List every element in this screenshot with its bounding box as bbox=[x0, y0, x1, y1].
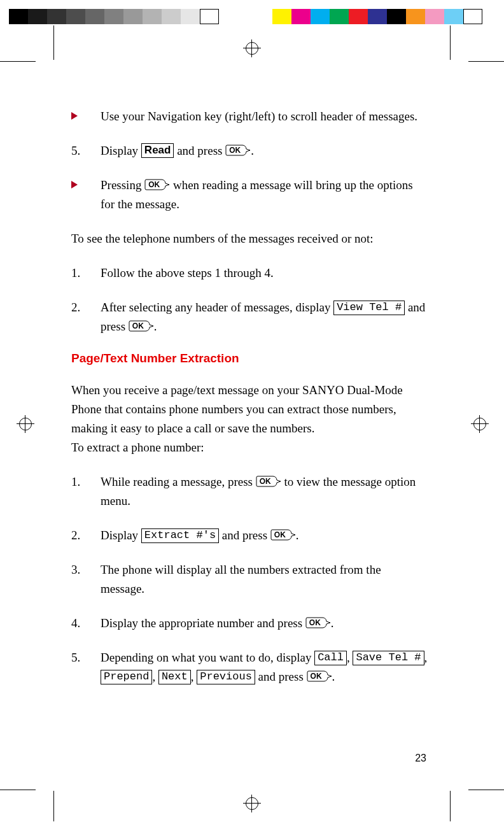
bullet-item: Pressing OK when reading a message will … bbox=[71, 176, 428, 214]
body-text: The phone will display all the numbers e… bbox=[101, 560, 428, 599]
display-label-read: Read bbox=[141, 143, 174, 158]
bullet-item: Use your Navigation key (right/left) to … bbox=[71, 107, 428, 126]
body-text: Follow the above steps 1 through 4. bbox=[101, 264, 428, 283]
step-item: 2. After selecting any header of message… bbox=[71, 298, 428, 336]
page-content: Use your Navigation key (right/left) to … bbox=[71, 107, 428, 686]
step-item: 5. Depending on what you want to do, dis… bbox=[71, 648, 428, 686]
text: Display bbox=[101, 528, 141, 542]
step-item: 1. Follow the above steps 1 through 4. bbox=[71, 264, 428, 283]
step-number: 1. bbox=[71, 264, 101, 283]
body-text: Use your Navigation key (right/left) to … bbox=[101, 107, 428, 126]
section-heading: Page/Text Number Extraction bbox=[71, 351, 428, 365]
text: Display bbox=[101, 144, 141, 157]
text: While reading a message, press bbox=[101, 475, 256, 488]
text: . bbox=[331, 616, 334, 630]
text: Display the appropriate number and press bbox=[101, 616, 305, 630]
step-item: 1. While reading a message, press OK to … bbox=[71, 472, 428, 511]
display-label-prepend: Prepend bbox=[101, 670, 152, 684]
ok-key-icon: OK bbox=[307, 669, 332, 683]
display-label-previous: Previous bbox=[197, 670, 255, 684]
text: After selecting any header of messages, … bbox=[101, 301, 333, 314]
registration-mark-top bbox=[243, 39, 261, 57]
step-number: 2. bbox=[71, 298, 101, 317]
color-swatch-row bbox=[0, 9, 504, 24]
text: Depending on what you want to do, displa… bbox=[101, 651, 314, 664]
ok-key-icon: OK bbox=[129, 319, 154, 333]
ok-key-icon: OK bbox=[144, 178, 170, 192]
step-item: 2. Display Extract #'s and press OK. bbox=[71, 526, 428, 545]
registration-mark-left bbox=[17, 415, 34, 433]
step-item: 3. The phone will display all the number… bbox=[71, 560, 428, 599]
ok-key-icon: OK bbox=[305, 616, 331, 630]
text: and press bbox=[255, 670, 307, 683]
text: . bbox=[296, 528, 299, 542]
page-number: 23 bbox=[415, 753, 426, 764]
step-item: 5. Display Read and press OK. bbox=[71, 141, 428, 160]
ok-key-icon: OK bbox=[225, 143, 251, 157]
registration-mark-right bbox=[471, 415, 489, 433]
display-label-extract: Extract #'s bbox=[141, 528, 219, 543]
ok-key-icon: OK bbox=[270, 528, 296, 542]
step-number: 2. bbox=[71, 526, 101, 545]
step-number: 5. bbox=[71, 141, 101, 160]
text: . bbox=[251, 144, 254, 157]
triangle-bullet-icon bbox=[71, 181, 78, 188]
text: and press bbox=[174, 144, 225, 157]
step-number: 5. bbox=[71, 648, 101, 667]
text: and press bbox=[219, 528, 270, 542]
paragraph: When you receive a page/text message on … bbox=[71, 381, 428, 457]
text: . bbox=[332, 670, 335, 683]
registration-mark-bottom bbox=[243, 795, 261, 812]
display-label-call: Call bbox=[314, 651, 347, 665]
display-label-view-tel: View Tel # bbox=[333, 301, 405, 315]
step-number: 1. bbox=[71, 472, 101, 492]
text: . bbox=[154, 320, 157, 333]
step-item: 4. Display the appropriate number and pr… bbox=[71, 614, 428, 633]
display-label-next: Next bbox=[158, 670, 191, 684]
step-number: 3. bbox=[71, 560, 101, 579]
display-label-save-tel: Save Tel # bbox=[353, 651, 424, 665]
paragraph: To see the telephone numbers of the mess… bbox=[71, 229, 428, 248]
triangle-bullet-icon bbox=[71, 112, 78, 120]
step-number: 4. bbox=[71, 614, 101, 633]
ok-key-icon: OK bbox=[256, 474, 281, 488]
text: Pressing bbox=[101, 178, 144, 192]
